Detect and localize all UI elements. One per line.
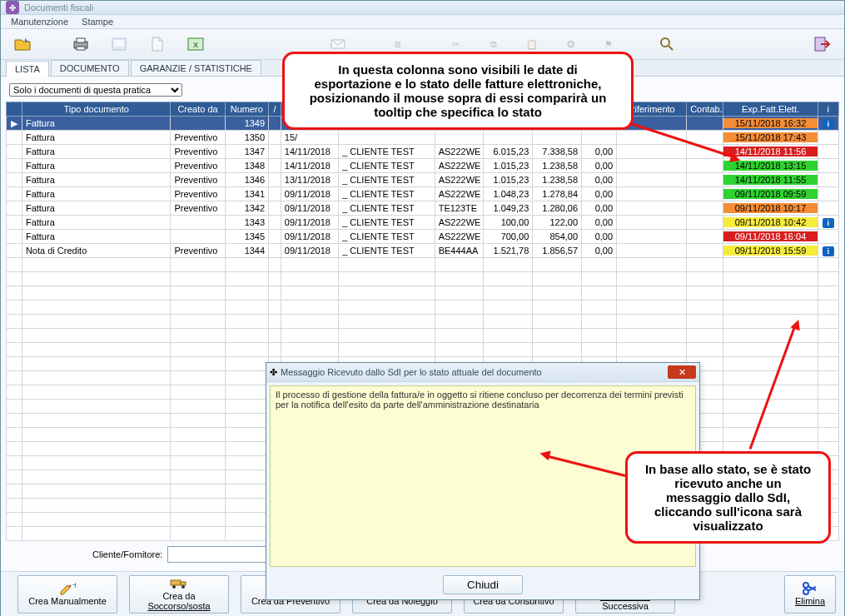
cell-o: 0,00: [582, 145, 617, 159]
svg-rect-2: [77, 47, 85, 50]
dialog-close-icon[interactable]: ✕: [668, 365, 696, 379]
tab-lista[interactable]: LISTA: [6, 61, 49, 77]
cell-info-icon[interactable]: i: [818, 216, 838, 230]
toolbar-preview-icon[interactable]: [102, 31, 136, 57]
cell-info-icon[interactable]: [818, 201, 838, 216]
row-marker: [7, 159, 22, 173]
app-icon: ✤: [270, 367, 277, 378]
menu-manutenzione[interactable]: Manutenzione: [4, 15, 75, 28]
cell-data: 09/11/2018: [281, 216, 338, 230]
row-marker: [7, 145, 22, 159]
svg-text:X: X: [193, 41, 198, 49]
cell-creato: Preventivo: [171, 131, 225, 145]
table-row[interactable]: Fattura134309/11/2018_ CLIENTE TESTAS222…: [7, 216, 839, 230]
col-tipo[interactable]: Tipo documento: [22, 102, 171, 117]
toolbar-search-icon[interactable]: [650, 31, 683, 57]
table-row: [7, 329, 839, 343]
tab-documento[interactable]: DOCUMENTO: [51, 60, 129, 76]
svg-line-9: [669, 46, 673, 50]
cell-info-icon[interactable]: [818, 159, 838, 173]
cell-exp[interactable]: 09/11/2018 10:42: [723, 216, 818, 230]
toolbar-excel-icon[interactable]: X: [179, 31, 212, 57]
cell-rif: [617, 159, 687, 173]
table-row[interactable]: FatturaPreventivo134109/11/2018_ CLIENTE…: [7, 187, 839, 201]
table-row[interactable]: FatturaPreventivo134814/11/2018_ CLIENTE…: [7, 159, 839, 173]
cell-imp: 700,00: [484, 230, 533, 244]
col-numero[interactable]: Numero: [225, 102, 269, 117]
table-row[interactable]: Fattura134509/11/2018_ CLIENTE TESTAS222…: [7, 230, 839, 244]
cell-exp[interactable]: 15/11/2018 16:32: [723, 117, 818, 131]
cell-contab: [687, 216, 723, 230]
scissors-icon: [803, 582, 818, 595]
cell-creato: Preventivo: [171, 145, 225, 159]
cell-exp[interactable]: 15/11/2018 17:43: [723, 131, 818, 145]
cell-tot: 1.278,84: [533, 187, 582, 201]
cell-targa: AS222WE: [435, 145, 484, 159]
cell-targa: TE123TE: [435, 201, 484, 216]
cell-contab: [687, 173, 723, 187]
table-row[interactable]: FatturaPreventivo134613/11/2018_ CLIENTE…: [7, 173, 839, 187]
cell-info-icon[interactable]: [818, 187, 838, 201]
cell-o: 0,00: [582, 173, 617, 187]
cell-contab: [687, 187, 723, 201]
toolbar-document-icon[interactable]: [141, 31, 174, 57]
col-i[interactable]: i: [818, 102, 838, 117]
table-row[interactable]: FatturaPreventivo135015/15/11/2018 17:43: [7, 131, 839, 145]
cell-slash: [269, 201, 281, 216]
cell-tipo: Fattura: [22, 201, 171, 216]
cell-info-icon[interactable]: i: [818, 244, 838, 258]
svg-rect-4: [114, 40, 124, 47]
menubar: Manutenzione Stampe: [1, 15, 844, 29]
btn-crea-manualmente[interactable]: + Crea Manualmente: [17, 575, 117, 614]
btn-label: Crea Manualmente: [28, 596, 107, 606]
col-slash[interactable]: /: [269, 102, 281, 117]
cell-info-icon[interactable]: [818, 230, 838, 244]
cell-creato: Preventivo: [171, 159, 225, 173]
cell-exp[interactable]: 09/11/2018 16:04: [723, 230, 818, 244]
toolbar-exit-icon[interactable]: [806, 31, 839, 57]
btn-elimina[interactable]: Elimina: [784, 575, 836, 614]
table-row[interactable]: FatturaPreventivo134209/11/2018_ CLIENTE…: [7, 201, 839, 216]
menu-stampe[interactable]: Stampe: [75, 15, 120, 28]
cell-exp[interactable]: 09/11/2018 10:17: [723, 201, 818, 216]
cell-cliente: [339, 131, 435, 145]
tab-garanzie[interactable]: GARANZIE / STATISTICHE: [131, 60, 261, 76]
cell-numero: 1344: [225, 244, 269, 258]
cell-info-icon[interactable]: i: [818, 117, 838, 131]
col-exp[interactable]: Exp.Fatt.Elett.: [723, 102, 818, 117]
filter-select[interactable]: Solo i documenti di questa pratica: [9, 83, 182, 97]
col-contab[interactable]: Contab.: [687, 102, 723, 117]
cell-rif: [617, 216, 687, 230]
cell-data: 09/11/2018: [281, 201, 338, 216]
table-row: [7, 286, 839, 301]
body-area: Solo i documenti di questa pratica Tipo …: [1, 77, 844, 571]
cell-exp[interactable]: 14/11/2018 11:55: [723, 173, 818, 187]
col-creato[interactable]: Creato da: [171, 102, 225, 117]
row-marker: [7, 187, 22, 201]
cell-exp[interactable]: 09/11/2018 15:59: [723, 244, 818, 258]
cell-slash: [269, 117, 281, 131]
dialog-close-button[interactable]: Chiudi: [443, 575, 523, 594]
cell-slash: [269, 230, 281, 244]
cell-exp[interactable]: 09/11/2018 09:59: [723, 187, 818, 201]
cell-info-icon[interactable]: [818, 131, 838, 145]
cell-imp: 1.521,78: [484, 244, 533, 258]
toolbar-open-icon[interactable]: [6, 31, 39, 57]
cell-data: 14/11/2018: [281, 145, 338, 159]
cell-info-icon[interactable]: [818, 145, 838, 159]
svg-rect-12: [171, 580, 181, 585]
cell-creato: Preventivo: [171, 173, 225, 187]
cell-slash: [269, 244, 281, 258]
cell-o: 0,00: [582, 216, 617, 230]
table-row[interactable]: Nota di CreditoPreventivo134409/11/2018_…: [7, 244, 839, 258]
cell-cliente: _ CLIENTE TEST: [339, 187, 435, 201]
cell-targa: AS222WE: [435, 230, 484, 244]
cell-info-icon[interactable]: [818, 173, 838, 187]
btn-crea-soccorso[interactable]: Crea daSoccorso/sosta: [129, 575, 229, 614]
cell-cliente: _ CLIENTE TEST: [339, 230, 435, 244]
cell-tipo: Fattura: [22, 187, 171, 201]
cell-cliente: _ CLIENTE TEST: [339, 216, 435, 230]
cell-contab: [687, 159, 723, 173]
cell-rif: [617, 230, 687, 244]
toolbar-print-icon[interactable]: [64, 31, 97, 57]
